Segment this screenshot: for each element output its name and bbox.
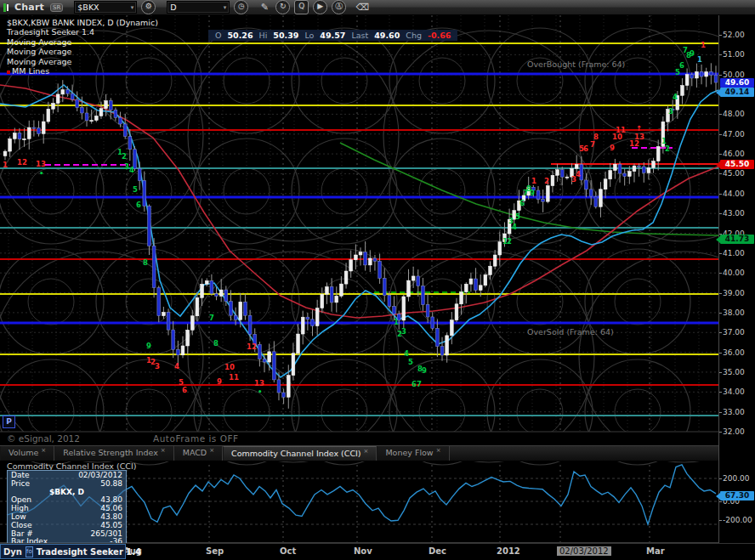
indicator-tabs: Volume×Relative Strength Index×MACD×Comm… xyxy=(0,445,718,461)
svg-text:2: 2 xyxy=(544,177,549,185)
open-label: O xyxy=(215,31,221,40)
autoframe-status: AutoFrame is OFF xyxy=(153,433,239,444)
quote-box-icon[interactable]: Q xyxy=(294,0,309,14)
svg-text:1: 1 xyxy=(531,177,536,185)
svg-text:6: 6 xyxy=(136,201,141,209)
eraser-icon[interactable]: ⌫ xyxy=(355,2,369,14)
svg-text:9: 9 xyxy=(422,366,427,375)
legend-seeker[interactable]: Tradesight Seeker 1.4 xyxy=(7,27,158,37)
redo-icon[interactable]: ↻ xyxy=(275,0,290,14)
chg-value: -0.66 xyxy=(428,31,451,40)
status-bar: Dyn fo Tradesight Seeker 1.4 xyxy=(0,544,126,559)
overbought-label: OverBought (Frame: 64) xyxy=(527,59,625,69)
chart-window: Chart SR $BKX ▾ ⚙ D ▾ ◷ ✎ ↻ Q ▶ Ⓐ ⌫ 1121… xyxy=(0,0,755,560)
legend-ma3[interactable]: Moving Average xyxy=(7,57,158,66)
svg-text:7: 7 xyxy=(209,314,214,322)
chevron-down-icon[interactable]: ▾ xyxy=(131,4,134,11)
time-label-02-03-2012: 02/03/2012 xyxy=(557,546,611,556)
cci-tick: 200.00 xyxy=(723,474,750,483)
auto-icon[interactable]: Ⓐ xyxy=(332,0,346,14)
tab-money-flow[interactable]: Money Flow× xyxy=(377,446,449,461)
price-tick: 38.00 xyxy=(723,308,745,317)
svg-text:↑: ↑ xyxy=(636,124,642,133)
price-flag-49.14: 49.14 xyxy=(720,88,754,97)
price-flag-45.50: 45.50 xyxy=(720,160,754,169)
interval-combobox[interactable]: D ▾ xyxy=(167,1,230,14)
svg-text:2: 2 xyxy=(122,152,127,161)
refresh-gear-icon[interactable]: ⚙ xyxy=(141,0,156,14)
tab-close-icon[interactable]: × xyxy=(209,447,214,454)
title-badge: SR xyxy=(50,3,63,12)
legend-ma1[interactable]: Moving Average xyxy=(7,37,158,47)
interval-value: D xyxy=(170,3,176,12)
tab-close-icon[interactable]: × xyxy=(41,447,46,454)
svg-text:6: 6 xyxy=(519,199,525,207)
svg-text:13: 13 xyxy=(634,133,644,141)
tab-macd[interactable]: MACD× xyxy=(174,446,223,461)
high-value: 50.39 xyxy=(273,31,298,40)
price-tick: 33.00 xyxy=(723,408,745,416)
svg-text:7: 7 xyxy=(590,140,595,149)
tab-close-icon[interactable]: × xyxy=(364,448,369,455)
price-tick: 51.00 xyxy=(723,50,745,59)
legend-ma2[interactable]: Moving Average xyxy=(7,47,158,56)
svg-text:1: 1 xyxy=(3,161,8,169)
tab-label: Money Flow xyxy=(385,448,433,457)
svg-text:3: 3 xyxy=(155,362,160,371)
open-value: 50.26 xyxy=(227,31,253,40)
tab-label: Relative Strength Index xyxy=(63,448,158,457)
low-value: 49.57 xyxy=(320,31,345,40)
price-tick: 39.00 xyxy=(723,289,745,297)
svg-text:11: 11 xyxy=(616,126,626,134)
svg-text:2: 2 xyxy=(507,237,512,246)
svg-text:3: 3 xyxy=(668,107,673,116)
dyn-label[interactable]: Dyn xyxy=(3,547,22,557)
high-label: Hi xyxy=(259,31,268,40)
price-tick: 47.00 xyxy=(723,130,745,139)
chg-label: Chg xyxy=(406,31,422,40)
copyright-text: © eSignal, 2012 xyxy=(7,433,80,444)
legend-symbol[interactable]: $BKX,KBW BANK INDEX, D (Dynamic) xyxy=(7,18,158,27)
quote-bar: O 50.26 Hi 50.39 Lo 49.57 Last 49.60 Chg… xyxy=(208,30,457,41)
symbol-combobox[interactable]: $BKX ▾ xyxy=(74,1,137,14)
tab-relative-strength-index[interactable]: Relative Strength Index× xyxy=(54,446,173,461)
toolbar: Chart SR $BKX ▾ ⚙ D ▾ ◷ ✎ ↻ Q ▶ Ⓐ ⌫ xyxy=(0,0,755,15)
svg-text:4: 4 xyxy=(129,166,134,174)
symbol-value: $BKX xyxy=(77,3,99,12)
svg-text:4: 4 xyxy=(404,349,409,358)
svg-text:2: 2 xyxy=(665,144,670,153)
mm-lines[interactable] xyxy=(0,43,718,416)
last-label: Last xyxy=(351,31,368,40)
svg-text:9: 9 xyxy=(690,49,695,58)
svg-text:4: 4 xyxy=(174,362,179,371)
tab-volume[interactable]: Volume× xyxy=(0,446,54,461)
price-tick: 34.00 xyxy=(723,387,745,396)
mid-moving-average-line[interactable] xyxy=(0,85,718,318)
seeker-mini-icon[interactable]: fo xyxy=(26,546,33,557)
svg-text:9: 9 xyxy=(530,189,535,197)
svg-text:12: 12 xyxy=(17,158,27,167)
chevron-down-icon[interactable]: ▾ xyxy=(224,4,227,11)
time-clock-icon[interactable]: ◷ xyxy=(234,0,248,14)
svg-text:9: 9 xyxy=(610,144,615,152)
price-tick: 32.00 xyxy=(723,427,745,436)
svg-text:5: 5 xyxy=(133,185,138,194)
play-icon[interactable]: ▶ xyxy=(313,0,327,14)
price-flag-41.73: 41.73 xyxy=(720,235,754,244)
svg-text:9: 9 xyxy=(217,377,222,386)
draw-pencil-icon[interactable]: ✎ xyxy=(258,2,271,14)
tab-commodity-channel-index-cci[interactable]: Commodity Channel Index (CCI)× xyxy=(223,446,377,461)
price-tick: 45.00 xyxy=(723,169,745,178)
time-label-Mar: Mar xyxy=(646,546,665,556)
price-tick: 36.00 xyxy=(723,348,745,357)
tab-close-icon[interactable]: × xyxy=(436,447,441,454)
svg-text:10: 10 xyxy=(224,363,235,371)
page-button[interactable]: P xyxy=(3,416,15,428)
window-bars-icon xyxy=(3,3,9,12)
price-tick: 44.00 xyxy=(723,189,745,198)
legend-mm-lines[interactable]: MM Lines xyxy=(7,66,158,76)
price-axis[interactable]: 52.0051.0050.0049.0048.0047.0046.0045.00… xyxy=(718,15,755,543)
svg-text:6: 6 xyxy=(583,144,588,153)
svg-text:12: 12 xyxy=(247,342,257,351)
tab-close-icon[interactable]: × xyxy=(161,447,166,454)
